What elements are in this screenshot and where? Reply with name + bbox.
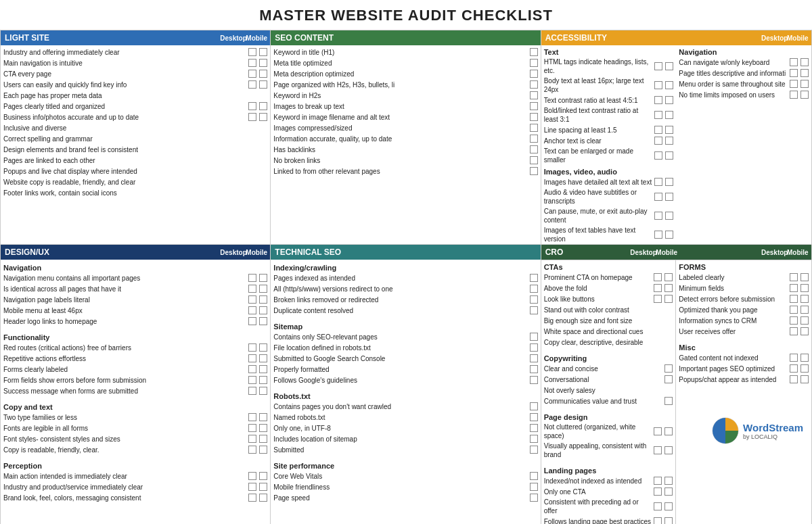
checkbox[interactable]	[654, 126, 662, 134]
checkbox[interactable]	[259, 387, 267, 395]
checkbox[interactable]	[664, 364, 673, 373]
checkbox[interactable]	[800, 58, 809, 66]
checkbox[interactable]	[664, 477, 673, 485]
checkbox[interactable]	[248, 295, 256, 304]
checkbox[interactable]	[259, 446, 267, 454]
checkbox[interactable]	[654, 295, 662, 303]
checkbox[interactable]	[530, 59, 538, 67]
checkbox[interactable]	[248, 70, 256, 78]
checkbox[interactable]	[790, 327, 798, 335]
checkbox[interactable]	[248, 274, 256, 282]
checkbox[interactable]	[530, 274, 538, 282]
checkbox[interactable]	[530, 424, 538, 432]
checkbox[interactable]	[530, 102, 538, 110]
checkbox[interactable]	[248, 446, 256, 454]
checkbox[interactable]	[530, 354, 538, 362]
checkbox[interactable]	[654, 96, 662, 104]
checkbox[interactable]	[248, 48, 256, 56]
checkbox[interactable]	[259, 70, 267, 78]
checkbox[interactable]	[530, 343, 538, 352]
checkbox[interactable]	[530, 446, 538, 454]
checkbox[interactable]	[530, 306, 538, 314]
checkbox[interactable]	[248, 317, 256, 325]
checkbox[interactable]	[248, 376, 256, 384]
checkbox[interactable]	[654, 111, 662, 119]
checkbox[interactable]	[248, 365, 256, 373]
checkbox[interactable]	[530, 413, 538, 421]
checkbox[interactable]	[530, 483, 538, 491]
checkbox[interactable]	[665, 137, 673, 145]
checkbox[interactable]	[664, 487, 673, 496]
checkbox[interactable]	[800, 375, 809, 383]
checkbox[interactable]	[259, 59, 267, 67]
checkbox[interactable]	[665, 81, 673, 89]
checkbox[interactable]	[248, 424, 256, 432]
checkbox[interactable]	[248, 59, 256, 67]
checkbox[interactable]	[664, 446, 673, 454]
checkbox[interactable]	[790, 364, 798, 373]
checkbox[interactable]	[259, 424, 267, 432]
checkbox[interactable]	[248, 494, 256, 502]
checkbox[interactable]	[248, 343, 256, 352]
checkbox[interactable]	[248, 113, 256, 121]
checkbox[interactable]	[664, 375, 673, 383]
checkbox[interactable]	[800, 69, 809, 77]
checkbox[interactable]	[248, 472, 256, 480]
checkbox[interactable]	[530, 285, 538, 293]
checkbox[interactable]	[530, 365, 538, 373]
checkbox[interactable]	[800, 354, 809, 362]
checkbox[interactable]	[790, 284, 798, 292]
checkbox[interactable]	[530, 91, 538, 99]
checkbox[interactable]	[248, 435, 256, 443]
checkbox[interactable]	[259, 435, 267, 443]
checkbox[interactable]	[654, 477, 662, 485]
checkbox[interactable]	[665, 62, 673, 70]
checkbox[interactable]	[800, 91, 809, 99]
checkbox[interactable]	[530, 435, 538, 443]
checkbox[interactable]	[800, 327, 809, 335]
checkbox[interactable]	[664, 502, 673, 510]
checkbox[interactable]	[259, 285, 267, 293]
checkbox[interactable]	[790, 69, 798, 77]
checkbox[interactable]	[790, 295, 798, 303]
checkbox[interactable]	[654, 284, 662, 292]
checkbox[interactable]	[790, 375, 798, 383]
checkbox[interactable]	[654, 193, 662, 201]
checkbox[interactable]	[259, 113, 267, 121]
checkbox[interactable]	[530, 80, 538, 89]
checkbox[interactable]	[530, 333, 538, 341]
checkbox[interactable]	[654, 212, 662, 220]
checkbox[interactable]	[664, 517, 673, 524]
checkbox[interactable]	[530, 472, 538, 480]
checkbox[interactable]	[665, 212, 673, 220]
checkbox[interactable]	[790, 80, 798, 88]
checkbox[interactable]	[665, 126, 673, 134]
checkbox[interactable]	[248, 80, 256, 89]
checkbox[interactable]	[530, 124, 538, 132]
checkbox[interactable]	[259, 413, 267, 421]
checkbox[interactable]	[248, 102, 256, 110]
checkbox[interactable]	[654, 151, 662, 160]
checkbox[interactable]	[665, 151, 673, 160]
checkbox[interactable]	[530, 494, 538, 502]
checkbox[interactable]	[259, 306, 267, 314]
checkbox[interactable]	[664, 397, 673, 405]
checkbox[interactable]	[259, 102, 267, 110]
checkbox[interactable]	[790, 58, 798, 66]
checkbox[interactable]	[790, 354, 798, 362]
checkbox[interactable]	[530, 295, 538, 304]
checkbox[interactable]	[248, 413, 256, 421]
checkbox[interactable]	[259, 376, 267, 384]
checkbox[interactable]	[800, 273, 809, 281]
checkbox[interactable]	[248, 306, 256, 314]
checkbox[interactable]	[259, 343, 267, 352]
checkbox[interactable]	[664, 427, 673, 435]
checkbox[interactable]	[800, 284, 809, 292]
checkbox[interactable]	[790, 273, 798, 281]
checkbox[interactable]	[530, 48, 538, 56]
checkbox[interactable]	[654, 446, 662, 454]
checkbox[interactable]	[664, 273, 673, 281]
checkbox[interactable]	[654, 178, 662, 186]
checkbox[interactable]	[259, 317, 267, 325]
checkbox[interactable]	[248, 354, 256, 362]
